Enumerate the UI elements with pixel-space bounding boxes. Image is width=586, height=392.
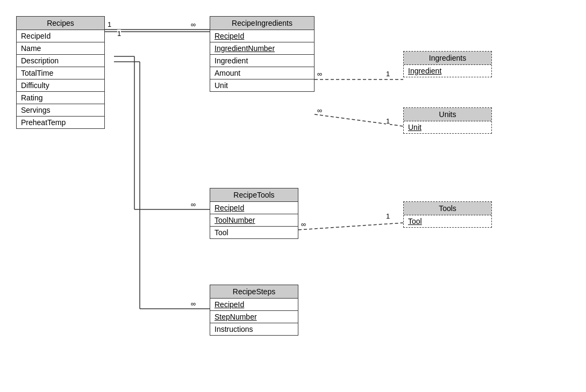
rs-field-recipeid: RecipeId	[210, 299, 298, 311]
tools-header: Tools	[404, 202, 491, 215]
recipes-field-rating: Rating	[17, 92, 104, 104]
card-recipes-ri-1b: 1	[117, 30, 121, 38]
recipes-field-servings: Servings	[17, 104, 104, 117]
recipe-ingredients-header: RecipeIngredients	[210, 17, 314, 30]
recipes-field-name: Name	[17, 42, 104, 55]
recipe-tools-header: RecipeTools	[210, 188, 298, 202]
recipes-field-description: Description	[17, 55, 104, 67]
entity-ingredients: Ingredients Ingredient	[403, 51, 492, 77]
entity-units: Units Unit	[403, 107, 492, 134]
recipes-header: Recipes	[17, 17, 104, 30]
svg-line-10	[298, 223, 403, 230]
ri-field-amount: Amount	[210, 67, 314, 79]
rt-field-tool: Tool	[210, 227, 298, 238]
rt-field-toolnumber: ToolNumber	[210, 214, 298, 227]
ingredients-header: Ingredients	[404, 52, 491, 65]
card-rt-tools-1: 1	[386, 212, 390, 220]
ri-field-ingredientnumber: IngredientNumber	[210, 42, 314, 55]
recipes-field-difficulty: Difficulty	[17, 79, 104, 92]
card-ri-ing-1: 1	[386, 70, 390, 78]
card-recipes-rs-inf: ∞	[191, 300, 196, 308]
rt-field-recipeid: RecipeId	[210, 202, 298, 214]
rs-field-instructions: Instructions	[210, 323, 298, 335]
ingredients-field-ingredient: Ingredient	[404, 65, 491, 77]
units-field-unit: Unit	[404, 121, 491, 133]
recipes-field-totaltime: TotalTime	[17, 67, 104, 79]
ri-field-ingredient: Ingredient	[210, 55, 314, 67]
entity-recipes: Recipes RecipeId Name Description TotalT…	[16, 16, 105, 129]
entity-tools: Tools Tool	[403, 201, 492, 228]
card-ri-units-1: 1	[386, 117, 390, 125]
ri-field-recipeid: RecipeId	[210, 30, 314, 42]
ri-field-unit: Unit	[210, 79, 314, 91]
rs-field-stepnumber: StepNumber	[210, 311, 298, 323]
svg-line-9	[315, 114, 403, 126]
tools-field-tool: Tool	[404, 215, 491, 227]
card-ri-units-inf: ∞	[317, 106, 322, 114]
card-recipes-ri-1a: 1	[108, 20, 111, 28]
entity-recipe-steps: RecipeSteps RecipeId StepNumber Instruct…	[210, 285, 298, 336]
recipe-steps-header: RecipeSteps	[210, 285, 298, 299]
diagram-container: ∞ 1 1 ∞ ∞ ∞ 1 ∞ 1 ∞ 1 Recipes RecipeId N…	[0, 0, 586, 392]
entity-recipe-ingredients: RecipeIngredients RecipeId IngredientNum…	[210, 16, 315, 92]
card-rt-tools-inf: ∞	[301, 220, 306, 228]
card-recipes-rt-inf: ∞	[191, 200, 196, 208]
recipes-field-preheattemp: PreheatTemp	[17, 117, 104, 128]
card-recipes-ri-inf: ∞	[191, 20, 196, 28]
recipes-field-recipeid: RecipeId	[17, 30, 104, 42]
entity-recipe-tools: RecipeTools RecipeId ToolNumber Tool	[210, 188, 298, 239]
units-header: Units	[404, 108, 491, 121]
card-ri-ing-inf: ∞	[317, 70, 322, 78]
